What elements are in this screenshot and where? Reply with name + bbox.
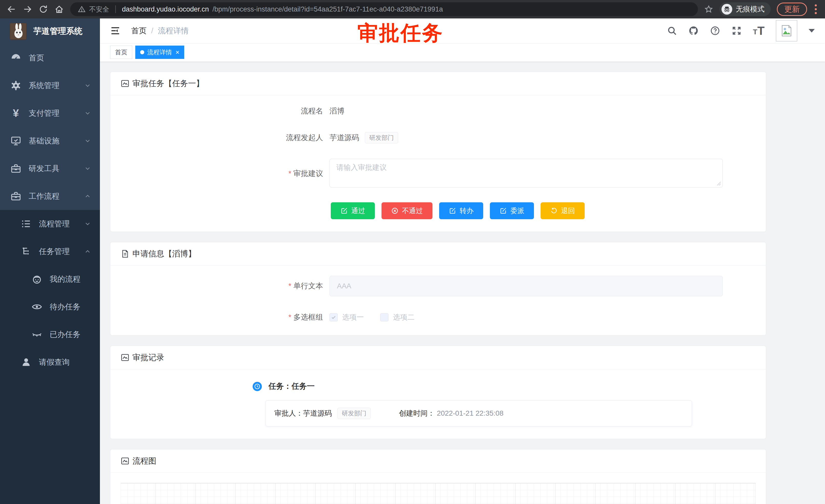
active-dot bbox=[140, 50, 144, 54]
user-icon bbox=[20, 356, 32, 368]
sidebar-item-label: 系统管理 bbox=[29, 80, 60, 91]
chevron-down-icon bbox=[84, 82, 91, 89]
checkbox-group: 选项一 选项二 bbox=[329, 313, 415, 322]
sidebar-item-system[interactable]: 系统管理 bbox=[0, 72, 100, 99]
search-icon[interactable] bbox=[667, 26, 677, 36]
sidebar-logo-row[interactable]: 芋道管理系统 bbox=[0, 18, 100, 44]
sidebar-item-label: 我的流程 bbox=[50, 274, 80, 284]
task-title: 任务：任务一 bbox=[269, 381, 315, 392]
card-title: 申请信息【滔博】 bbox=[133, 248, 196, 259]
form-item-starter: 流程发起人 芋道源码 研发部门 bbox=[121, 132, 756, 144]
address-bar[interactable]: 不安全 dashboard.yudao.iocoder.cn/bpm/proce… bbox=[70, 2, 698, 16]
eye-closed-icon bbox=[31, 329, 43, 340]
chrome-update-button[interactable]: 更新 bbox=[777, 3, 807, 16]
url-path[interactable]: /bpm/process-instance/detail?id=54aa251f… bbox=[212, 5, 443, 13]
browser-menu-icon[interactable] bbox=[813, 4, 818, 14]
breadcrumb-home[interactable]: 首页 bbox=[131, 26, 147, 36]
sidebar-item-label: 待办任务 bbox=[50, 302, 80, 312]
home-icon[interactable] bbox=[54, 4, 64, 14]
sidebar-fold-icon[interactable] bbox=[110, 26, 121, 36]
close-icon[interactable]: × bbox=[175, 49, 179, 56]
card-body: 单行文本 多选框组 选项一 bbox=[110, 266, 766, 335]
reject-button[interactable]: 不通过 bbox=[381, 202, 433, 219]
avatar[interactable] bbox=[776, 20, 797, 41]
page-body: 审批任务【任务一】 流程名 滔博 流程发起人 芋道源码 研发部门 bbox=[100, 62, 825, 504]
sidebar-item-leave-query[interactable]: 请假查询 bbox=[0, 348, 100, 376]
sidebar-item-done-tasks[interactable]: 已办任务 bbox=[0, 321, 100, 348]
tag-home[interactable]: 首页 bbox=[110, 46, 132, 59]
card-title: 流程图 bbox=[133, 455, 156, 467]
bookmark-star-icon[interactable] bbox=[704, 5, 713, 14]
sidebar-item-payment[interactable]: ¥ 支付管理 bbox=[0, 99, 100, 127]
edit-icon bbox=[449, 207, 456, 215]
delegate-button[interactable]: 委派 bbox=[490, 202, 534, 219]
sidebar: 芋道管理系统 首页 系统管理 ¥ 支付管理 基础设施 bbox=[0, 18, 100, 504]
process-name-value: 滔博 bbox=[329, 106, 344, 116]
dept-tag: 研发部门 bbox=[365, 132, 398, 144]
approve-actions: 通过 不通过 转办 委派 bbox=[331, 202, 756, 219]
gear-icon bbox=[10, 80, 21, 91]
field-label: 单行文本 bbox=[121, 281, 329, 291]
bpmn-canvas[interactable] bbox=[121, 483, 756, 504]
picture-icon bbox=[121, 456, 129, 465]
url-domain[interactable]: dashboard.yudao.iocoder.cn bbox=[122, 5, 209, 13]
field-label: 多选框组 bbox=[121, 312, 329, 322]
document-icon bbox=[121, 249, 129, 258]
field-label: 流程名 bbox=[121, 106, 329, 116]
button-label: 委派 bbox=[510, 206, 524, 216]
yen-icon: ¥ bbox=[10, 107, 21, 119]
urlbar-divider bbox=[115, 5, 116, 13]
sidebar-item-my-process[interactable]: 我的流程 bbox=[0, 265, 100, 293]
incognito-badge: 无痕模式 bbox=[720, 2, 771, 16]
created-label: 创建时间： bbox=[399, 409, 435, 418]
return-button[interactable]: 退回 bbox=[541, 202, 585, 219]
not-secure-warning-icon[interactable] bbox=[78, 5, 86, 13]
button-label: 通过 bbox=[351, 206, 365, 216]
eye-icon bbox=[31, 301, 43, 313]
created-time: 2022-01-21 22:35:08 bbox=[437, 409, 504, 417]
checkbox-label: 选项一 bbox=[342, 313, 364, 322]
avatar-caret-icon[interactable] bbox=[809, 29, 815, 32]
form-item-text: 单行文本 bbox=[121, 276, 756, 296]
fullscreen-icon[interactable] bbox=[732, 26, 742, 36]
clock-icon bbox=[253, 382, 262, 391]
top-navbar: 首页 / 流程详情 审批任务 TT bbox=[100, 18, 825, 43]
forward-icon[interactable] bbox=[22, 4, 32, 14]
edit-icon bbox=[500, 207, 507, 215]
tag-process-detail[interactable]: 流程详情 × bbox=[135, 46, 184, 59]
transfer-button[interactable]: 转办 bbox=[439, 202, 483, 219]
back-icon[interactable] bbox=[7, 4, 16, 14]
tag-label: 流程详情 bbox=[147, 48, 172, 56]
approve-task-card: 审批任务【任务一】 流程名 滔博 流程发起人 芋道源码 研发部门 bbox=[110, 72, 766, 232]
app-title: 芋道管理系统 bbox=[33, 26, 82, 37]
field-label: 流程发起人 bbox=[121, 133, 329, 143]
breadcrumb-separator: / bbox=[151, 26, 153, 35]
tags-view: 首页 流程详情 × bbox=[100, 43, 825, 62]
sidebar-item-label: 基础设施 bbox=[29, 136, 60, 146]
workflow-submenu: 流程管理 任务管理 我的流程 待办任务 bbox=[0, 210, 100, 504]
sidebar-item-task-mgmt[interactable]: 任务管理 bbox=[0, 238, 100, 265]
sidebar-item-process-mgmt[interactable]: 流程管理 bbox=[0, 210, 100, 238]
toolbox-icon bbox=[10, 190, 21, 202]
incognito-label: 无痕模式 bbox=[736, 4, 764, 14]
pass-button[interactable]: 通过 bbox=[331, 202, 375, 219]
sidebar-item-devtools[interactable]: 研发工具 bbox=[0, 155, 100, 182]
sidebar-item-home[interactable]: 首页 bbox=[0, 44, 100, 72]
sidebar-item-todo-tasks[interactable]: 待办任务 bbox=[0, 293, 100, 321]
form-item-opinion: 审批建议 bbox=[121, 159, 756, 188]
github-icon[interactable] bbox=[688, 26, 699, 36]
help-icon[interactable] bbox=[710, 26, 720, 36]
sidebar-item-infra[interactable]: 基础设施 bbox=[0, 127, 100, 155]
reload-icon[interactable] bbox=[39, 4, 48, 14]
font-size-icon[interactable]: TT bbox=[753, 26, 764, 36]
button-label: 转办 bbox=[460, 206, 473, 216]
sidebar-item-workflow[interactable]: 工作流程 bbox=[0, 182, 100, 210]
sidebar-item-label: 工作流程 bbox=[29, 191, 60, 201]
app-root: 芋道管理系统 首页 系统管理 ¥ 支付管理 基础设施 bbox=[0, 18, 825, 504]
approve-timeline: 任务：任务一 审批人： 芋道源码 研发部门 创建时间： 2022-01-21 2… bbox=[253, 380, 756, 426]
opinion-textarea[interactable] bbox=[329, 159, 723, 187]
starter-value: 芋道源码 研发部门 bbox=[329, 132, 398, 144]
textarea-wrap bbox=[329, 159, 723, 188]
chevron-down-icon bbox=[84, 165, 91, 172]
security-label[interactable]: 不安全 bbox=[89, 5, 109, 14]
